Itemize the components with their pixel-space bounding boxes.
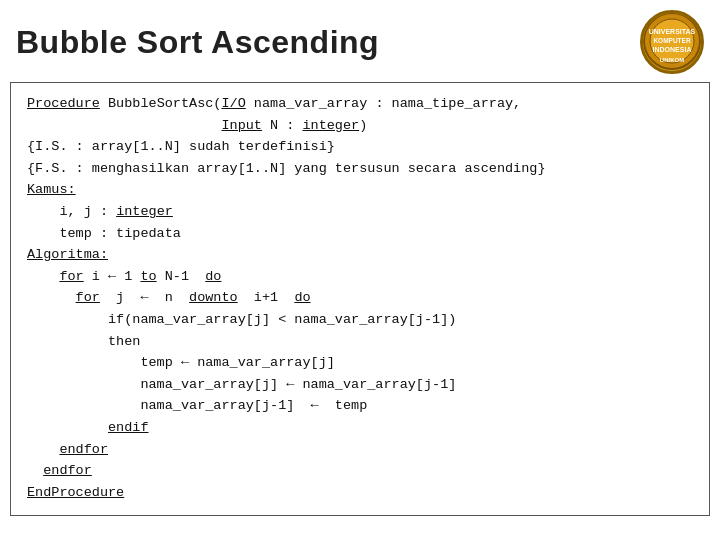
code-line-19: EndProcedure xyxy=(27,482,693,504)
code-line-18: endfor xyxy=(27,460,693,482)
svg-text:INDONESIA: INDONESIA xyxy=(653,46,692,53)
code-line-11: if(nama_var_array[j] < nama_var_array[j-… xyxy=(27,309,693,331)
code-line-16: endif xyxy=(27,417,693,439)
code-line-8: Algoritma: xyxy=(27,244,693,266)
svg-text:UNIVERSITAS: UNIVERSITAS xyxy=(649,28,696,35)
svg-text:KOMPUTER: KOMPUTER xyxy=(653,37,691,44)
code-box: Procedure BubbleSortAsc(I/O nama_var_arr… xyxy=(10,82,710,516)
logo-text: UNIVERSITAS KOMPUTER INDONESIA UNIKOM xyxy=(643,12,701,72)
code-line-6: i, j : integer xyxy=(27,201,693,223)
logo: UNIVERSITAS KOMPUTER INDONESIA UNIKOM xyxy=(640,10,704,74)
page-title: Bubble Sort Ascending xyxy=(16,24,379,61)
code-line-15: nama_var_array[j-1] ← temp xyxy=(27,395,693,417)
code-line-10: for j ← n downto i+1 do xyxy=(27,287,693,309)
code-line-3: {I.S. : array[1..N] sudah terdefinisi} xyxy=(27,136,693,158)
code-line-5: Kamus: xyxy=(27,179,693,201)
header: Bubble Sort Ascending UNIVERSITAS KOMPUT… xyxy=(0,0,720,82)
code-line-13: temp ← nama_var_array[j] xyxy=(27,352,693,374)
code-line-14: nama_var_array[j] ← nama_var_array[j-1] xyxy=(27,374,693,396)
code-line-4: {F.S. : menghasilkan array[1..N] yang te… xyxy=(27,158,693,180)
code-line-12: then xyxy=(27,331,693,353)
code-line-9: for i ← 1 to N-1 do xyxy=(27,266,693,288)
code-line-1: Procedure BubbleSortAsc(I/O nama_var_arr… xyxy=(27,93,693,115)
logo-svg: UNIVERSITAS KOMPUTER INDONESIA UNIKOM xyxy=(643,12,701,70)
code-line-7: temp : tipedata xyxy=(27,223,693,245)
svg-text:UNIKOM: UNIKOM xyxy=(660,57,684,63)
code-line-2: Input N : integer) xyxy=(27,115,693,137)
code-line-17: endfor xyxy=(27,439,693,461)
